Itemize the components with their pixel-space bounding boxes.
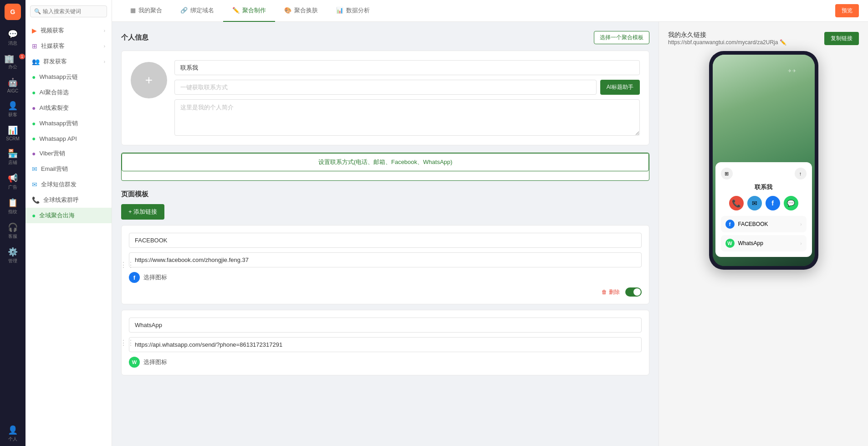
top-tabs: ▦ 我的聚合 🔗 绑定域名 ✏️ 聚合制作 🎨 聚合换肤 📊 数据分析 xyxy=(121,0,835,22)
select-template-button[interactable]: 选择一个聚合模板 xyxy=(594,31,649,44)
my-link-title: 我的永久链接 xyxy=(668,31,786,39)
tab-icon: 🔗 xyxy=(180,7,188,14)
sidebar-item-global-sea[interactable]: ● 全域聚合出海 xyxy=(26,208,112,223)
choose-icon-button[interactable]: 选择图标 xyxy=(143,358,167,366)
nav-item-label: AI线索裂变 xyxy=(39,104,68,112)
page-template-section: 页面模板 + 添加链接 ⋮⋮ f 选择图标 🗑 xyxy=(121,190,649,375)
share-icon-btn[interactable]: ↑ xyxy=(795,168,807,179)
sidebar-item-personal[interactable]: 👤 个人 xyxy=(0,421,26,446)
facebook-toggle[interactable] xyxy=(625,287,642,297)
info-fields: AI标题助手 xyxy=(174,60,640,136)
nav-item-left: 👥 群发获客 xyxy=(32,57,67,66)
sms-icon: ✉ xyxy=(32,181,37,188)
tab-aggregate-replace[interactable]: 🎨 聚合换肤 xyxy=(275,0,327,22)
link-text: https://sbf.quanwangtui.com/mycard/za2UR… xyxy=(668,39,778,46)
tab-my-aggregate[interactable]: ▦ 我的聚合 xyxy=(121,0,171,22)
whatsapp-url-input[interactable] xyxy=(129,337,642,352)
tab-label: 聚合换肤 xyxy=(294,6,318,15)
sidebar-item-whatsapp-marketing[interactable]: ● Whatsapp营销 xyxy=(26,116,112,131)
nav-item-label: 视频获客 xyxy=(41,26,64,35)
facebook-icon: f xyxy=(129,272,140,283)
phone-whatsapp-row: W WhatsApp › xyxy=(721,235,807,251)
sidebar-item-store[interactable]: 🏪 店铺 xyxy=(0,145,26,169)
sidebar-item-manage[interactable]: ⚙️ 管理 xyxy=(0,243,26,268)
sidebar-item-customer[interactable]: 👤 获客 xyxy=(0,97,26,122)
office-icon-wrap: 🏢 1 xyxy=(4,54,21,64)
facebook-url-input[interactable] xyxy=(129,252,642,267)
sidebar-item-label: AIGC xyxy=(7,88,18,93)
whatsapp-marketing-icon: ● xyxy=(32,120,36,127)
sidebar-item-label: 广告 xyxy=(8,184,17,190)
chevron-right-icon: › xyxy=(800,222,802,227)
sidebar-item-viber[interactable]: ● Viber营销 xyxy=(26,146,112,161)
page-template-title: 页面模板 xyxy=(121,190,649,199)
copy-link-button[interactable]: 复制链接 xyxy=(824,32,859,45)
sidebar-item-sms[interactable]: ✉ 全球短信群发 xyxy=(26,177,112,192)
sidebar-item-ai-filter[interactable]: ● AI聚合筛选 xyxy=(26,85,112,100)
phone-facebook-label: FACEBOOK xyxy=(738,221,768,227)
external-link-icon[interactable]: ✏️ xyxy=(780,39,786,46)
avatar-upload[interactable]: + xyxy=(131,62,167,98)
qr-icon-btn[interactable]: ⊞ xyxy=(721,168,733,179)
tab-data-analysis[interactable]: 📊 数据分析 xyxy=(327,0,379,22)
form-panel: 个人信息 选择一个聚合模板 + AI标题助手 xyxy=(112,22,659,446)
customer-icon: 👤 xyxy=(8,101,18,111)
search-box[interactable]: 🔍 xyxy=(30,5,107,17)
store-icon: 🏪 xyxy=(8,149,18,159)
delete-facebook-button[interactable]: 🗑 删除 xyxy=(602,288,620,296)
ai-filter-icon: ● xyxy=(32,89,36,96)
sidebar-item-label: 获客 xyxy=(8,112,17,118)
contact-setup-section: 设置联系方式(电话、邮箱、Facebook、WhatsApp) xyxy=(121,153,649,181)
scrm-icon: 📊 xyxy=(8,125,18,135)
nav-item-label: AI聚合筛选 xyxy=(39,88,68,97)
bio-textarea[interactable] xyxy=(174,99,640,136)
drag-handle-icon[interactable]: ⋮⋮ xyxy=(120,261,134,269)
sidebar-item-service[interactable]: 🎧 客服 xyxy=(0,219,26,243)
subtitle-input[interactable] xyxy=(174,80,597,95)
left-sidebar: G 💬 消息 🏢 1 办公 🤖 AIGC 👤 获客 📊 SCRM 🏪 店铺 📢 … xyxy=(0,0,26,446)
content-area: 个人信息 选择一个聚合模板 + AI标题助手 xyxy=(112,22,868,446)
sidebar-item-email[interactable]: ✉ Email营销 xyxy=(26,161,112,177)
sidebar-item-group[interactable]: 👥 群发获客 › xyxy=(26,54,112,69)
sidebar-item-whatsapp-api[interactable]: ● Whatsapp API xyxy=(26,131,112,146)
tab-bind-domain[interactable]: 🔗 绑定域名 xyxy=(171,0,223,22)
sidebar-item-message[interactable]: 💬 消息 xyxy=(0,26,26,50)
sidebar-item-label: 个人 xyxy=(8,436,17,442)
choose-icon-button[interactable]: 选择图标 xyxy=(143,273,167,282)
sidebar-item-whatsapp-cloud[interactable]: ● Whatsapp云链 xyxy=(26,69,112,85)
phone-facebook-icon: f xyxy=(766,196,780,210)
drag-handle-icon[interactable]: ⋮⋮ xyxy=(120,338,134,347)
sidebar-item-video[interactable]: ▶ 视频获客 › xyxy=(26,23,112,38)
chevron-right-icon: › xyxy=(104,59,105,64)
phone-wa-icon: W xyxy=(725,239,735,248)
whatsapp-icon-row: W 选择图标 xyxy=(129,357,642,368)
sidebar-item-guide[interactable]: 📋 指纹 xyxy=(0,194,26,219)
sidebar-item-ads[interactable]: 📢 广告 xyxy=(0,169,26,194)
phone-email-icon: ✉ xyxy=(747,196,762,210)
info-row: + AI标题助手 xyxy=(131,60,640,136)
search-input[interactable] xyxy=(43,8,103,15)
tab-aggregate-create[interactable]: ✏️ 聚合制作 xyxy=(223,0,275,22)
preview-header: 我的永久链接 https://sbf.quanwangtui.com/mycar… xyxy=(668,31,859,46)
facebook-name-input[interactable] xyxy=(129,233,642,248)
sidebar-item-aigc[interactable]: 🤖 AIGC xyxy=(0,74,26,97)
add-link-button[interactable]: + 添加链接 xyxy=(121,204,164,220)
group-icon: 👥 xyxy=(32,58,40,65)
preview-button[interactable]: 预览 xyxy=(835,4,859,17)
sidebar-item-ai-leads[interactable]: ● AI线索裂变 xyxy=(26,100,112,116)
name-input[interactable] xyxy=(174,60,640,75)
ai-title-button[interactable]: AI标题助手 xyxy=(600,80,640,95)
sidebar-item-office[interactable]: 🏢 1 办公 xyxy=(0,50,26,74)
contact-setup-button[interactable]: 设置联系方式(电话、邮箱、Facebook、WhatsApp) xyxy=(122,153,649,171)
nav-item-label: Whatsapp API xyxy=(39,135,77,142)
sidebar-item-social[interactable]: ⊞ 社媒获客 › xyxy=(26,38,112,54)
delete-label: 删除 xyxy=(609,288,620,296)
whatsapp-name-input[interactable] xyxy=(129,318,642,333)
sidebar-item-label: 店铺 xyxy=(8,159,17,166)
phone-whatsapp-label: WhatsApp xyxy=(738,240,763,246)
manage-icon: ⚙️ xyxy=(8,247,18,257)
sidebar-item-global-leads[interactable]: 📞 全球线索群呼 xyxy=(26,192,112,208)
birds-decoration: ✈ ✈ xyxy=(788,68,797,73)
sidebar-item-scrm[interactable]: 📊 SCRM xyxy=(0,122,26,145)
sidebar-item-label: 指纹 xyxy=(8,209,17,215)
